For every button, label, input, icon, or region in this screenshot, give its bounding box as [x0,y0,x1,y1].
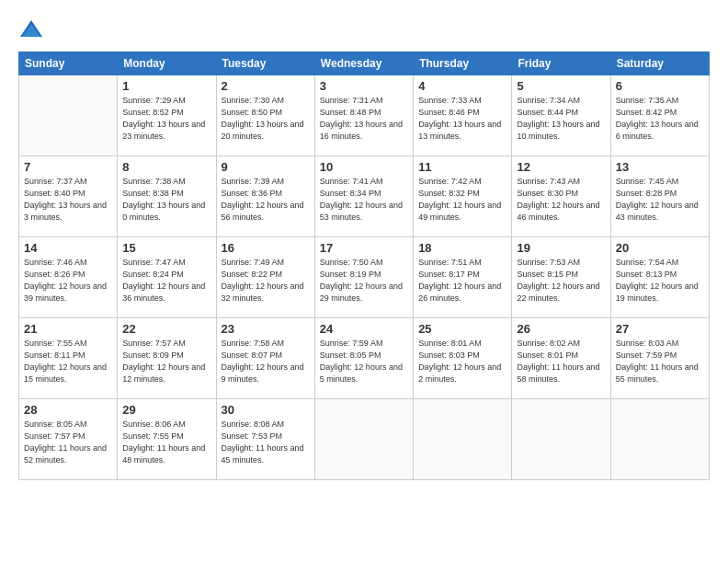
calendar-cell: 12Sunrise: 7:43 AMSunset: 8:30 PMDayligh… [512,156,610,237]
day-number: 4 [418,79,506,93]
calendar-cell [19,75,118,156]
calendar-day-header: Tuesday [216,52,314,75]
day-info: Sunrise: 7:42 AMSunset: 8:32 PMDaylight:… [418,176,506,224]
day-number: 6 [616,79,704,93]
calendar-cell: 14Sunrise: 7:46 AMSunset: 8:26 PMDayligh… [19,237,118,318]
day-number: 18 [418,241,506,255]
calendar-header-row: SundayMondayTuesdayWednesdayThursdayFrid… [19,52,710,75]
calendar-cell: 18Sunrise: 7:51 AMSunset: 8:17 PMDayligh… [414,237,512,318]
day-info: Sunrise: 8:05 AMSunset: 7:57 PMDaylight:… [24,419,112,466]
day-info: Sunrise: 7:50 AMSunset: 8:19 PMDaylight:… [320,257,408,304]
day-number: 24 [320,322,408,336]
calendar-day-header: Friday [512,52,610,75]
day-number: 10 [320,160,408,174]
page: SundayMondayTuesdayWednesdayThursdayFrid… [0,0,728,563]
calendar-day-header: Wednesday [314,52,413,75]
calendar-cell: 16Sunrise: 7:49 AMSunset: 8:22 PMDayligh… [216,237,314,318]
calendar-table: SundayMondayTuesdayWednesdayThursdayFrid… [18,52,710,480]
day-number: 15 [122,241,210,255]
calendar-cell: 9Sunrise: 7:39 AMSunset: 8:36 PMDaylight… [216,156,314,237]
day-number: 13 [616,160,704,174]
calendar-cell [610,399,709,480]
day-info: Sunrise: 7:49 AMSunset: 8:22 PMDaylight:… [222,257,310,304]
day-number: 28 [24,403,112,417]
day-info: Sunrise: 7:54 AMSunset: 8:13 PMDaylight:… [616,257,704,304]
calendar-cell: 4Sunrise: 7:33 AMSunset: 8:46 PMDaylight… [414,75,512,156]
day-info: Sunrise: 7:37 AMSunset: 8:40 PMDaylight:… [24,176,112,224]
day-info: Sunrise: 7:30 AMSunset: 8:50 PMDaylight:… [222,95,310,143]
logo [18,17,48,42]
calendar-week-row: 28Sunrise: 8:05 AMSunset: 7:57 PMDayligh… [19,399,710,480]
calendar-cell: 19Sunrise: 7:53 AMSunset: 8:15 PMDayligh… [512,237,610,318]
day-number: 26 [517,322,605,336]
day-info: Sunrise: 8:02 AMSunset: 8:01 PMDaylight:… [517,338,605,385]
day-number: 12 [517,160,605,174]
calendar-cell [314,399,413,480]
calendar-week-row: 7Sunrise: 7:37 AMSunset: 8:40 PMDaylight… [19,156,710,237]
header [18,17,710,42]
day-info: Sunrise: 7:57 AMSunset: 8:09 PMDaylight:… [122,338,210,385]
calendar-cell: 7Sunrise: 7:37 AMSunset: 8:40 PMDaylight… [19,156,118,237]
calendar-cell: 8Sunrise: 7:38 AMSunset: 8:38 PMDaylight… [118,156,216,237]
day-number: 22 [122,322,210,336]
day-info: Sunrise: 7:47 AMSunset: 8:24 PMDaylight:… [122,257,210,304]
day-info: Sunrise: 8:03 AMSunset: 7:59 PMDaylight:… [616,338,704,385]
calendar-cell: 24Sunrise: 7:59 AMSunset: 8:05 PMDayligh… [314,318,413,399]
day-number: 25 [418,322,506,336]
calendar-cell: 27Sunrise: 8:03 AMSunset: 7:59 PMDayligh… [610,318,709,399]
calendar-cell [414,399,512,480]
day-info: Sunrise: 7:43 AMSunset: 8:30 PMDaylight:… [517,176,605,224]
calendar-cell: 15Sunrise: 7:47 AMSunset: 8:24 PMDayligh… [118,237,216,318]
day-info: Sunrise: 7:39 AMSunset: 8:36 PMDaylight:… [222,176,310,224]
day-info: Sunrise: 7:34 AMSunset: 8:44 PMDaylight:… [517,95,605,143]
day-number: 1 [122,79,210,93]
calendar-day-header: Saturday [610,52,709,75]
calendar-cell: 10Sunrise: 7:41 AMSunset: 8:34 PMDayligh… [314,156,413,237]
day-info: Sunrise: 8:01 AMSunset: 8:03 PMDaylight:… [418,338,506,385]
day-number: 23 [222,322,310,336]
calendar-week-row: 21Sunrise: 7:55 AMSunset: 8:11 PMDayligh… [19,318,710,399]
day-info: Sunrise: 7:35 AMSunset: 8:42 PMDaylight:… [616,95,704,143]
calendar-cell: 22Sunrise: 7:57 AMSunset: 8:09 PMDayligh… [118,318,216,399]
calendar-week-row: 14Sunrise: 7:46 AMSunset: 8:26 PMDayligh… [19,237,710,318]
day-number: 20 [616,241,704,255]
day-number: 5 [517,79,605,93]
calendar-cell: 26Sunrise: 8:02 AMSunset: 8:01 PMDayligh… [512,318,610,399]
day-info: Sunrise: 8:06 AMSunset: 7:55 PMDaylight:… [122,419,210,466]
day-number: 3 [320,79,408,93]
calendar-day-header: Monday [118,52,216,75]
day-number: 14 [24,241,112,255]
day-info: Sunrise: 7:38 AMSunset: 8:38 PMDaylight:… [122,176,210,224]
calendar-cell: 1Sunrise: 7:29 AMSunset: 8:52 PMDaylight… [118,75,216,156]
calendar-cell: 25Sunrise: 8:01 AMSunset: 8:03 PMDayligh… [414,318,512,399]
calendar-cell: 3Sunrise: 7:31 AMSunset: 8:48 PMDaylight… [314,75,413,156]
day-number: 9 [222,160,310,174]
day-number: 2 [222,79,310,93]
calendar-cell: 2Sunrise: 7:30 AMSunset: 8:50 PMDaylight… [216,75,314,156]
logo-icon [18,17,44,42]
calendar-cell: 13Sunrise: 7:45 AMSunset: 8:28 PMDayligh… [610,156,709,237]
calendar-day-header: Sunday [19,52,118,75]
calendar-cell: 23Sunrise: 7:58 AMSunset: 8:07 PMDayligh… [216,318,314,399]
calendar-cell: 5Sunrise: 7:34 AMSunset: 8:44 PMDaylight… [512,75,610,156]
calendar-cell: 30Sunrise: 8:08 AMSunset: 7:53 PMDayligh… [216,399,314,480]
day-number: 7 [24,160,112,174]
day-number: 21 [24,322,112,336]
calendar-cell: 6Sunrise: 7:35 AMSunset: 8:42 PMDaylight… [610,75,709,156]
day-info: Sunrise: 7:33 AMSunset: 8:46 PMDaylight:… [418,95,506,143]
day-info: Sunrise: 7:31 AMSunset: 8:48 PMDaylight:… [320,95,408,143]
day-info: Sunrise: 8:08 AMSunset: 7:53 PMDaylight:… [222,419,310,466]
calendar-cell [512,399,610,480]
day-number: 19 [517,241,605,255]
calendar-cell: 17Sunrise: 7:50 AMSunset: 8:19 PMDayligh… [314,237,413,318]
day-info: Sunrise: 7:29 AMSunset: 8:52 PMDaylight:… [122,95,210,143]
calendar-cell: 11Sunrise: 7:42 AMSunset: 8:32 PMDayligh… [414,156,512,237]
day-info: Sunrise: 7:58 AMSunset: 8:07 PMDaylight:… [222,338,310,385]
day-number: 16 [222,241,310,255]
day-info: Sunrise: 7:55 AMSunset: 8:11 PMDaylight:… [24,338,112,385]
calendar-cell: 29Sunrise: 8:06 AMSunset: 7:55 PMDayligh… [118,399,216,480]
day-info: Sunrise: 7:45 AMSunset: 8:28 PMDaylight:… [616,176,704,224]
calendar-week-row: 1Sunrise: 7:29 AMSunset: 8:52 PMDaylight… [19,75,710,156]
day-info: Sunrise: 7:41 AMSunset: 8:34 PMDaylight:… [320,176,408,224]
day-number: 30 [222,403,310,417]
